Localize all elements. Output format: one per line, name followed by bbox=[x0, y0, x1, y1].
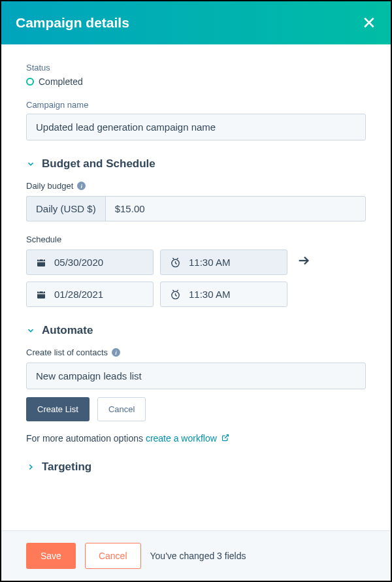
calendar-icon bbox=[36, 289, 46, 300]
modal-footer: Save Cancel You've changed 3 fields bbox=[1, 530, 391, 581]
schedule-end-row: 01/28/2021 11:30 AM bbox=[26, 282, 366, 307]
svg-line-6 bbox=[176, 263, 177, 264]
svg-rect-1 bbox=[39, 258, 39, 260]
chevron-down-icon bbox=[26, 326, 35, 335]
status-circle-icon bbox=[26, 78, 34, 86]
daily-budget-group: Daily (USD $) bbox=[26, 196, 366, 221]
end-time-input[interactable]: 11:30 AM bbox=[160, 282, 287, 307]
svg-rect-8 bbox=[37, 291, 45, 299]
save-button[interactable]: Save bbox=[26, 543, 76, 569]
svg-rect-10 bbox=[43, 290, 44, 292]
create-workflow-link[interactable]: create a workflow bbox=[146, 433, 229, 444]
end-date-input[interactable]: 01/28/2021 bbox=[26, 282, 154, 307]
info-icon[interactable]: i bbox=[112, 348, 120, 357]
svg-rect-9 bbox=[39, 290, 39, 292]
svg-rect-3 bbox=[37, 261, 45, 262]
section-automate[interactable]: Automate bbox=[26, 324, 366, 337]
external-link-icon bbox=[221, 433, 229, 444]
clock-icon bbox=[170, 289, 181, 300]
close-icon[interactable]: ✕ bbox=[362, 14, 376, 31]
automate-button-row: Create List Cancel bbox=[26, 397, 366, 421]
section-title: Targeting bbox=[42, 461, 91, 474]
section-title: Automate bbox=[42, 324, 93, 337]
clock-icon bbox=[170, 257, 181, 268]
arrow-right-icon bbox=[294, 253, 314, 271]
changed-fields-text: You've changed 3 fields bbox=[150, 551, 246, 561]
svg-line-14 bbox=[176, 295, 177, 296]
modal-content: Status Completed Campaign name Budget an… bbox=[1, 44, 391, 530]
campaign-name-label: Campaign name bbox=[26, 100, 366, 110]
budget-currency-prefix[interactable]: Daily (USD $) bbox=[26, 196, 105, 221]
daily-budget-label: Daily budget i bbox=[26, 181, 366, 191]
chevron-right-icon bbox=[26, 462, 35, 472]
cancel-button[interactable]: Cancel bbox=[85, 543, 141, 569]
automation-more-text: For more automation options create a wor… bbox=[26, 433, 366, 444]
contacts-list-label: Create list of contacts i bbox=[26, 348, 366, 357]
chevron-down-icon bbox=[26, 159, 35, 169]
info-icon[interactable]: i bbox=[77, 182, 86, 190]
start-date-input[interactable]: 05/30/2020 bbox=[26, 250, 154, 275]
modal-title: Campaign details bbox=[16, 15, 129, 31]
section-targeting[interactable]: Targeting bbox=[26, 461, 366, 474]
status-label: Status bbox=[26, 63, 366, 73]
schedule-start-row: 05/30/2020 11:30 AM bbox=[26, 250, 366, 275]
budget-amount-input[interactable] bbox=[105, 196, 366, 221]
cancel-list-button[interactable]: Cancel bbox=[97, 397, 146, 421]
svg-rect-0 bbox=[37, 259, 45, 267]
status-row: Completed bbox=[26, 76, 366, 87]
section-title: Budget and Schedule bbox=[42, 157, 155, 170]
svg-rect-11 bbox=[37, 293, 45, 294]
create-list-button[interactable]: Create List bbox=[26, 397, 90, 421]
svg-line-15 bbox=[225, 435, 229, 439]
start-time-input[interactable]: 11:30 AM bbox=[160, 250, 287, 275]
svg-rect-2 bbox=[43, 258, 44, 260]
campaign-name-input[interactable] bbox=[26, 114, 366, 140]
modal-header: Campaign details ✕ bbox=[1, 1, 391, 44]
status-value: Completed bbox=[39, 76, 83, 87]
section-budget-schedule[interactable]: Budget and Schedule bbox=[26, 157, 366, 170]
calendar-icon bbox=[36, 257, 46, 268]
contacts-list-input[interactable] bbox=[26, 363, 366, 389]
schedule-label: Schedule bbox=[26, 234, 366, 244]
